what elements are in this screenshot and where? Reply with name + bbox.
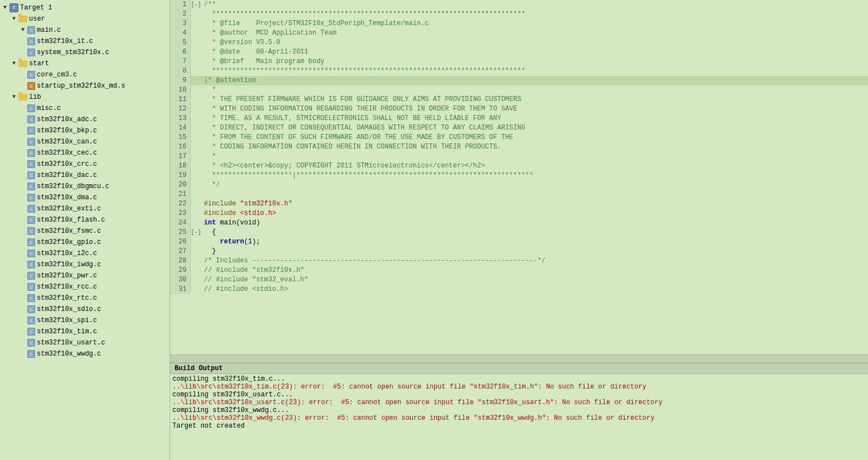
expand-icon[interactable] bbox=[19, 227, 27, 235]
tree-item-stm32f10x_exti.c[interactable]: Cstm32f10x_exti.c bbox=[0, 203, 170, 214]
tree-item-stm32f10x_gpio.c[interactable]: Cstm32f10x_gpio.c bbox=[0, 237, 170, 248]
code-content[interactable]: int main(void) bbox=[202, 218, 868, 228]
expand-icon[interactable] bbox=[19, 205, 27, 213]
tree-item-stm32f10x_fsmc.c[interactable]: Cstm32f10x_fsmc.c bbox=[0, 226, 170, 237]
code-content[interactable] bbox=[202, 190, 868, 199]
expand-icon[interactable] bbox=[19, 317, 27, 324]
expand-icon[interactable] bbox=[19, 160, 27, 168]
code-content[interactable]: * WITH CODING INFORMATION REGARDING THEI… bbox=[202, 104, 868, 114]
code-content[interactable]: * THE PRESENT FIRMWARE WHICH IS FOR GUID… bbox=[202, 95, 868, 104]
expand-icon[interactable] bbox=[19, 127, 27, 135]
expand-icon[interactable] bbox=[19, 183, 27, 190]
tree-item-stm32f10x_spi.c[interactable]: Cstm32f10x_spi.c bbox=[0, 315, 170, 326]
expand-icon-root[interactable]: ▼ bbox=[1, 4, 9, 12]
tree-item-start[interactable]: ▼start bbox=[0, 58, 170, 69]
horizontal-scrollbar[interactable] bbox=[170, 354, 868, 362]
expand-icon[interactable]: ▼ bbox=[10, 93, 18, 101]
expand-icon[interactable] bbox=[19, 305, 27, 313]
tree-item-stm32f10x_it.c[interactable]: Cstm32f10x_it.c bbox=[0, 36, 170, 47]
expand-icon[interactable] bbox=[19, 238, 27, 246]
code-content[interactable]: ****************************************… bbox=[202, 66, 868, 76]
tree-item-lib[interactable]: ▼lib bbox=[0, 92, 170, 103]
expand-icon[interactable] bbox=[19, 149, 27, 157]
code-content[interactable]: return(1); bbox=[202, 237, 868, 247]
expand-icon[interactable] bbox=[19, 82, 27, 90]
code-content[interactable]: // #include "stm32_eval.h" bbox=[202, 275, 868, 285]
expand-icon[interactable]: ▼ bbox=[19, 26, 27, 34]
code-content[interactable]: ********************|*******************… bbox=[202, 171, 868, 180]
tree-item-user[interactable]: ▼user bbox=[0, 13, 170, 25]
expand-icon[interactable] bbox=[19, 216, 27, 224]
tree-item-stm32f10x_bkp.c[interactable]: Cstm32f10x_bkp.c bbox=[0, 125, 170, 136]
code-editor[interactable]: 1[-]/**2 *******************************… bbox=[170, 0, 868, 354]
tree-item-stm32f10x_rcc.c[interactable]: Cstm32f10x_rcc.c bbox=[0, 281, 170, 293]
code-content[interactable]: * bbox=[202, 85, 868, 95]
expand-icon[interactable] bbox=[19, 283, 27, 291]
code-content[interactable]: ****************************************… bbox=[202, 9, 868, 19]
expand-icon[interactable] bbox=[19, 116, 27, 123]
code-content[interactable]: * DIRECT, INDIRECT OR CONSEQUENTIAL DAMA… bbox=[202, 123, 868, 133]
expand-icon[interactable] bbox=[19, 328, 27, 336]
expand-icon[interactable] bbox=[19, 71, 27, 79]
code-content[interactable]: // #include <stdio.h> bbox=[202, 285, 868, 294]
tree-root[interactable]: ▼ T Target 1 bbox=[0, 2, 170, 13]
expand-icon[interactable]: ▼ bbox=[10, 15, 18, 23]
tree-item-system_stm32f10x.c[interactable]: Csystem_stm32f10x.c bbox=[0, 47, 170, 58]
expand-icon[interactable] bbox=[19, 250, 27, 257]
code-content[interactable]: /* Includes ----------------------------… bbox=[202, 256, 868, 266]
code-content[interactable]: { bbox=[202, 228, 868, 237]
code-content[interactable]: #include <stdio.h> bbox=[202, 209, 868, 218]
code-content[interactable]: * CODING INFORMATION CONTAINED HEREIN IN… bbox=[202, 142, 868, 152]
tree-item-stm32f10x_i2c.c[interactable]: Cstm32f10x_i2c.c bbox=[0, 248, 170, 259]
tree-item-stm32f10x_can.c[interactable]: Cstm32f10x_can.c bbox=[0, 136, 170, 147]
code-content[interactable]: * FROM THE CONTENT OF SUCH FIRMWARE AND/… bbox=[202, 133, 868, 142]
code-content[interactable]: * @date 08-April-2011 bbox=[202, 47, 868, 57]
code-content[interactable]: * bbox=[202, 152, 868, 161]
expand-icon[interactable] bbox=[19, 272, 27, 280]
expand-icon[interactable] bbox=[19, 171, 27, 179]
tree-item-core_cm3.c[interactable]: Ccore_cm3.c bbox=[0, 69, 170, 80]
tree-item-stm32f10x_sdio.c[interactable]: Cstm32f10x_sdio.c bbox=[0, 304, 170, 315]
expand-icon[interactable] bbox=[19, 350, 27, 358]
code-content[interactable]: |* @attention bbox=[202, 76, 868, 85]
fold-icon[interactable]: [-] bbox=[190, 228, 202, 237]
code-content[interactable]: * @brief Main program body bbox=[202, 57, 868, 66]
tree-item-stm32f10x_rtc.c[interactable]: Cstm32f10x_rtc.c bbox=[0, 293, 170, 304]
tree-item-stm32f10x_crc.c[interactable]: Cstm32f10x_crc.c bbox=[0, 159, 170, 170]
code-content[interactable]: * TIME. AS A RESULT, STMICROELECTRONICS … bbox=[202, 114, 868, 123]
tree-item-main.c[interactable]: ▼Cmain.c bbox=[0, 25, 170, 36]
tree-item-stm32f10x_dac.c[interactable]: Cstm32f10x_dac.c bbox=[0, 170, 170, 181]
code-content[interactable]: */ bbox=[202, 180, 868, 190]
expand-icon[interactable] bbox=[19, 104, 27, 112]
code-content[interactable]: #include "stm32f10x.h" bbox=[202, 199, 868, 209]
expand-icon[interactable] bbox=[19, 138, 27, 146]
code-content[interactable]: * <h2><center>&copy; COPYRIGHT 2011 STMi… bbox=[202, 161, 868, 171]
code-content[interactable]: /** bbox=[202, 0, 868, 9]
expand-icon[interactable] bbox=[19, 194, 27, 202]
code-content[interactable]: } bbox=[202, 247, 868, 256]
code-content[interactable]: * @author MCD Application Team bbox=[202, 28, 868, 38]
tree-item-misc.c[interactable]: Cmisc.c bbox=[0, 103, 170, 114]
tree-item-stm32f10x_usart.c[interactable]: Cstm32f10x_usart.c bbox=[0, 337, 170, 348]
tree-item-stm32f10x_wwdg.c[interactable]: Cstm32f10x_wwdg.c bbox=[0, 348, 170, 360]
tree-item-stm32f10x_flash.c[interactable]: Cstm32f10x_flash.c bbox=[0, 214, 170, 226]
build-output-content[interactable]: compiling stm32f10x_tim.c.....\lib\src\s… bbox=[170, 374, 868, 460]
expand-icon[interactable] bbox=[19, 49, 27, 56]
code-content[interactable]: // #include "stm32f10x.h" bbox=[202, 266, 868, 275]
tree-item-startup_stm32f10x_md.s[interactable]: Sstartup_stm32f10x_md.s bbox=[0, 80, 170, 92]
expand-icon[interactable] bbox=[19, 294, 27, 302]
expand-icon[interactable]: ▼ bbox=[10, 60, 18, 68]
tree-item-stm32f10x_adc.c[interactable]: Cstm32f10x_adc.c bbox=[0, 114, 170, 125]
expand-icon[interactable] bbox=[19, 339, 27, 347]
code-content[interactable]: * @file Project/STM32F10x_StdPeriph_Temp… bbox=[202, 19, 868, 28]
tree-item-stm32f10x_dbgmcu.c[interactable]: Cstm32f10x_dbgmcu.c bbox=[0, 181, 170, 192]
tree-item-stm32f10x_pwr.c[interactable]: Cstm32f10x_pwr.c bbox=[0, 270, 170, 281]
tree-item-stm32f10x_dma.c[interactable]: Cstm32f10x_dma.c bbox=[0, 192, 170, 203]
tree-item-stm32f10x_tim.c[interactable]: Cstm32f10x_tim.c bbox=[0, 326, 170, 337]
fold-icon[interactable]: [-] bbox=[190, 0, 202, 9]
code-content[interactable]: * @version V3.5.0 bbox=[202, 38, 868, 47]
tree-item-stm32f10x_iwdg.c[interactable]: Cstm32f10x_iwdg.c bbox=[0, 259, 170, 270]
tree-item-stm32f10x_cec.c[interactable]: Cstm32f10x_cec.c bbox=[0, 147, 170, 159]
expand-icon[interactable] bbox=[19, 37, 27, 45]
expand-icon[interactable] bbox=[19, 261, 27, 269]
